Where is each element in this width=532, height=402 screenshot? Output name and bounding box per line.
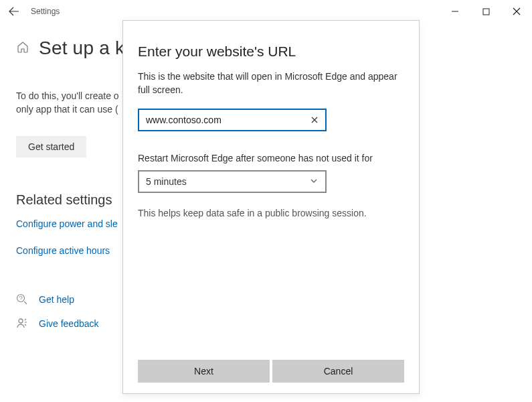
arrow-left-icon bbox=[9, 6, 19, 17]
timeout-value: 5 minutes bbox=[146, 176, 187, 187]
url-dialog: Enter your website's URL This is the web… bbox=[122, 20, 420, 394]
help-icon bbox=[16, 293, 28, 306]
close-button[interactable] bbox=[501, 1, 532, 22]
x-icon bbox=[311, 116, 319, 124]
maximize-icon bbox=[482, 8, 490, 15]
restart-label: Restart Microsoft Edge after someone has… bbox=[138, 153, 404, 163]
svg-point-1 bbox=[17, 295, 25, 302]
dialog-title: Enter your website's URL bbox=[138, 44, 404, 60]
maximize-button[interactable] bbox=[470, 1, 501, 22]
get-help-link: Get help bbox=[39, 294, 74, 305]
dialog-subtitle: This is the website that will open in Mi… bbox=[138, 70, 404, 96]
intro-line-2: only app that it can use ( bbox=[16, 104, 118, 115]
clear-input-button[interactable] bbox=[309, 115, 320, 125]
dialog-buttons: Next Cancel bbox=[138, 360, 404, 383]
intro-line-1: To do this, you'll create o bbox=[16, 90, 119, 101]
intro-text: To do this, you'll create o only app tha… bbox=[16, 90, 137, 116]
get-started-button[interactable]: Get started bbox=[16, 136, 86, 157]
cancel-button[interactable]: Cancel bbox=[272, 360, 404, 383]
window-title: Settings bbox=[31, 7, 60, 16]
url-field[interactable] bbox=[138, 109, 327, 131]
timeout-select[interactable]: 5 minutes bbox=[138, 170, 327, 193]
give-feedback-link: Give feedback bbox=[39, 318, 99, 329]
chevron-down-icon bbox=[309, 176, 319, 188]
back-button[interactable] bbox=[4, 1, 24, 21]
page-title: Set up a k bbox=[39, 38, 124, 59]
feedback-icon bbox=[16, 318, 28, 330]
next-button[interactable]: Next bbox=[138, 360, 270, 383]
minimize-icon bbox=[451, 7, 459, 15]
svg-rect-0 bbox=[483, 9, 489, 15]
close-icon bbox=[513, 7, 521, 15]
home-icon bbox=[16, 40, 29, 56]
titlebar: Settings bbox=[0, 0, 532, 23]
minimize-button[interactable] bbox=[440, 1, 470, 22]
svg-point-2 bbox=[19, 319, 23, 323]
url-input[interactable] bbox=[146, 115, 309, 125]
helper-text: This helps keep data safe in a public br… bbox=[138, 208, 404, 218]
window-controls bbox=[440, 1, 532, 22]
